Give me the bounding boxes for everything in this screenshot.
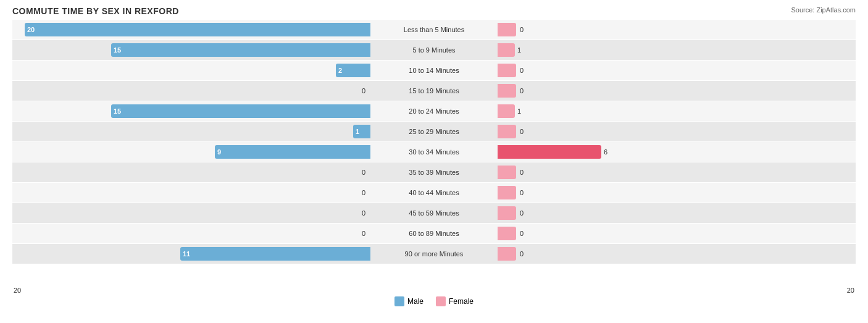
left-section: 11 [12,244,370,264]
male-value: 20 [27,26,35,33]
right-section: 0 [498,61,856,80]
female-value: 1 [517,107,521,115]
bar-female [498,43,515,57]
axis-left: 20 [14,287,21,294]
male-value: 9 [217,148,221,156]
chart-row: 930 to 34 Minutes6 [12,142,856,162]
chart-row: 045 to 59 Minutes0 [12,203,856,223]
male-value: 1 [356,128,359,135]
bar-male: 15 [111,104,370,118]
legend-male-label: Male [407,297,424,306]
row-label: 10 to 14 Minutes [370,67,498,74]
bar-female-min [498,206,516,220]
male-value-zero: 0 [362,87,365,94]
left-section: 0 [12,183,370,203]
male-value-zero: 0 [362,189,365,196]
chart-row: 040 to 44 Minutes0 [12,183,856,203]
axis-right: 20 [847,287,854,294]
female-value-zero: 0 [520,189,524,196]
left-section: 0 [12,224,370,243]
chart-row: 20Less than 5 Minutes0 [12,20,856,40]
male-value: 2 [338,67,342,74]
bar-female-min [498,23,516,36]
female-value-zero: 0 [520,87,524,94]
chart-row: 1190 or more Minutes0 [12,244,856,264]
row-label: 30 to 34 Minutes [370,148,498,156]
female-value: 1 [517,46,521,54]
row-label: 20 to 24 Minutes [370,107,498,115]
row-label: 90 or more Minutes [370,250,498,258]
right-section: 1 [498,101,856,121]
row-label: Less than 5 Minutes [370,26,498,33]
left-section: 0 [12,162,370,182]
bar-female-min [498,166,516,179]
row-label: 25 to 29 Minutes [370,128,498,135]
row-label: 35 to 39 Minutes [370,169,498,176]
legend: Male Female [12,296,856,306]
bar-female-min [498,247,516,261]
male-value: 15 [114,46,121,54]
source-text: Source: ZipAtlas.com [791,6,856,14]
right-section: 0 [498,244,856,264]
chart-row: 035 to 39 Minutes0 [12,162,856,182]
male-value-zero: 0 [362,209,365,217]
bar-female-min [498,84,516,98]
right-section: 0 [498,81,856,101]
male-value-zero: 0 [362,230,365,237]
bar-male: 15 [111,43,370,57]
bar-male: 11 [180,247,370,261]
bar-female [498,145,601,159]
row-label: 45 to 59 Minutes [370,209,498,217]
bar-male: 2 [336,64,370,77]
left-section: 1 [12,122,370,141]
right-section: 1 [498,40,856,60]
chart-row: 1520 to 24 Minutes1 [12,101,856,121]
right-section: 0 [498,162,856,182]
left-section: 0 [12,203,370,223]
bar-male: 9 [215,145,370,159]
bar-female [498,104,515,118]
bar-female-min [498,125,516,138]
bar-female-min [498,186,516,199]
left-section: 15 [12,101,370,121]
female-value-zero: 0 [520,250,524,258]
right-section: 0 [498,203,856,223]
left-section: 20 [12,20,370,40]
left-section: 9 [12,142,370,162]
bar-female-min [498,64,516,77]
right-section: 0 [498,20,856,40]
male-value: 15 [114,107,121,115]
right-section: 0 [498,224,856,243]
bar-male: 20 [25,23,370,36]
female-value: 6 [604,148,607,156]
row-label: 15 to 19 Minutes [370,87,498,94]
legend-female-box [436,296,446,306]
male-value-zero: 0 [362,169,365,176]
female-value-zero: 0 [520,67,524,74]
axis-labels: 20 20 [12,287,856,294]
row-label: 60 to 89 Minutes [370,230,498,237]
female-value-zero: 0 [520,209,524,217]
bar-female-min [498,227,516,240]
chart-row: 155 to 9 Minutes1 [12,40,856,60]
male-value: 11 [183,250,190,258]
legend-female-label: Female [449,297,474,306]
chart-title: COMMUTE TIME BY SEX IN REXFORD [12,6,856,16]
row-label: 40 to 44 Minutes [370,189,498,196]
right-section: 0 [498,122,856,141]
female-value-zero: 0 [520,128,524,135]
bar-male: 1 [353,125,370,138]
legend-male: Male [394,296,424,306]
female-value-zero: 0 [520,169,524,176]
chart-row: 210 to 14 Minutes0 [12,61,856,80]
chart-row: 060 to 89 Minutes0 [12,224,856,243]
left-section: 2 [12,61,370,80]
row-label: 5 to 9 Minutes [370,46,498,54]
right-section: 0 [498,183,856,203]
female-value-zero: 0 [520,26,524,33]
chart-row: 015 to 19 Minutes0 [12,81,856,101]
legend-male-box [394,296,404,306]
female-value-zero: 0 [520,230,524,237]
left-section: 15 [12,40,370,60]
legend-female: Female [436,296,474,306]
